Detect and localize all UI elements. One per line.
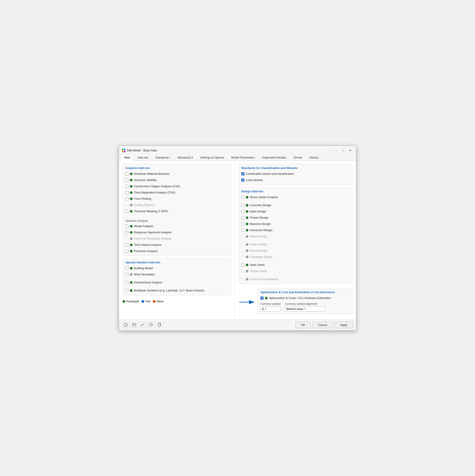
gray-dot — [246, 249, 248, 252]
apply-button[interactable]: Apply — [334, 322, 353, 328]
close-button[interactable]: ✕ — [347, 148, 353, 153]
cancel-button[interactable]: Cancel — [313, 322, 333, 328]
tab-terrain[interactable]: Terrain — [290, 154, 306, 161]
green-dot — [130, 185, 133, 188]
tda-checkbox[interactable] — [125, 191, 129, 194]
torsional-checkbox[interactable] — [125, 210, 129, 213]
building-model-checkbox[interactable] — [125, 267, 129, 270]
optimization-title: Optimization & Cost and Estimation of CO… — [261, 290, 350, 294]
tab-history[interactable]: History — [306, 154, 322, 161]
currency-row: Currency symbol $ ▼ Currency symbol alig… — [261, 302, 350, 311]
geotechnical-checkbox[interactable] — [125, 281, 129, 284]
structure-stability-checkbox[interactable] — [125, 179, 129, 182]
arrow-area — [238, 288, 256, 316]
graph-icon — [141, 323, 145, 327]
tab-main[interactable]: Main — [121, 154, 134, 161]
geotechnical-label: Geotechnical Analysis — [134, 281, 162, 284]
list-item: Timber Design — [241, 215, 350, 220]
timber-joints-checkbox[interactable] — [241, 270, 245, 273]
list-item: Harmonic Response Analysis — [125, 236, 228, 241]
green-dot — [130, 281, 133, 284]
multilayer-checkbox[interactable] — [125, 289, 129, 292]
form-finding-label: Form-Finding — [134, 197, 151, 200]
cutting-patterns-checkbox[interactable] — [125, 204, 129, 207]
list-item: Time-Dependent Analysis (TDA) — [125, 190, 228, 195]
copy-icon-button[interactable] — [156, 322, 163, 328]
design-addons-title: Design Add-ons — [241, 190, 350, 193]
stress-strain-checkbox[interactable] — [241, 196, 245, 199]
svg-rect-11 — [149, 323, 152, 326]
nonlinear-checkbox[interactable] — [125, 172, 129, 175]
tab-settings[interactable]: Settings & Options — [197, 154, 228, 161]
masonry-design-label: Masonry Design — [250, 222, 271, 225]
green-dot — [265, 297, 268, 299]
table-icon-button[interactable] — [131, 322, 138, 328]
help-icon-button[interactable]: ? — [122, 322, 129, 328]
timber-design-checkbox[interactable] — [241, 216, 245, 219]
currency-symbol-select[interactable]: $ ▼ — [261, 306, 281, 311]
masonry-design-checkbox[interactable] — [241, 222, 245, 225]
minimize-button[interactable]: – — [333, 148, 339, 153]
list-item: Load wizards — [241, 178, 350, 183]
green-dot — [130, 210, 133, 213]
title-bar: Edit Model - Base Data – □ ✕ — [119, 146, 356, 153]
optimization-wrapper: Optimization & Cost and Estimation of CO… — [238, 288, 352, 316]
glass-design-checkbox[interactable] — [241, 235, 245, 238]
optimization-checkbox[interactable] — [261, 297, 264, 300]
list-item: Piping Design — [241, 248, 350, 253]
gray-dot — [246, 235, 248, 238]
load-wizards-checkbox[interactable] — [241, 179, 245, 182]
legend-purchased: Purchased — [123, 300, 139, 303]
export-icon-button[interactable] — [147, 322, 155, 328]
gray-dot — [130, 204, 133, 206]
green-dot — [130, 172, 133, 175]
concrete-foundations-checkbox[interactable] — [241, 278, 245, 281]
steel-design-label: Steel Design — [250, 210, 266, 213]
tab-standards2[interactable]: Standards II — [174, 154, 196, 161]
svg-text:?: ? — [125, 323, 126, 326]
list-item: Glass Design — [241, 234, 350, 239]
piping-design-label: Piping Design — [250, 249, 268, 252]
steel-design-checkbox[interactable] — [241, 210, 245, 213]
main-content: Analysis Add-ons Nonlinear Material Beha… — [119, 161, 356, 319]
currency-alignment-group: Currency symbol alignment Behind value ▼ — [285, 302, 325, 311]
steel-joints-checkbox[interactable] — [241, 263, 245, 267]
tab-addons[interactable]: Add-ons — [134, 154, 152, 161]
list-item: Steel Joints — [241, 262, 350, 267]
piping-design-checkbox[interactable] — [241, 249, 245, 252]
legend-demo: Demo — [153, 300, 163, 303]
list-item: Nonlinear Material Behavior — [125, 171, 228, 176]
currency-symbol-group: Currency symbol $ ▼ — [261, 302, 281, 311]
currency-symbol-label: Currency symbol — [261, 302, 281, 306]
tab-dependent[interactable]: Dependent Models — [259, 154, 290, 161]
green-dot — [246, 196, 248, 199]
dynamic-analysis-title: Dynamic Analysis — [125, 219, 228, 222]
modal-checkbox[interactable] — [125, 225, 129, 228]
time-history-checkbox[interactable] — [125, 243, 129, 246]
tab-standards1[interactable]: Standards I — [152, 154, 174, 161]
tower-design-checkbox[interactable] — [241, 243, 245, 246]
green-dot — [246, 210, 248, 213]
currency-alignment-select[interactable]: Behind value ▼ — [285, 306, 325, 311]
list-item: Aluminum Design — [241, 228, 350, 233]
currency-alignment-label: Currency symbol alignment — [285, 302, 325, 306]
aluminum-design-checkbox[interactable] — [241, 229, 245, 232]
response-spectrum-checkbox[interactable] — [125, 231, 129, 234]
tab-model-params[interactable]: Model Parameters — [228, 154, 258, 161]
graph-icon-button[interactable] — [139, 322, 146, 328]
harmonic-response-checkbox[interactable] — [125, 237, 129, 240]
concrete-design-checkbox[interactable] — [241, 204, 245, 207]
trial-label: Trial — [145, 300, 150, 303]
maximize-button[interactable]: □ — [340, 148, 346, 153]
window-title: Edit Model - Base Data — [127, 149, 157, 152]
combination-wizard-checkbox[interactable] — [241, 172, 245, 175]
svg-rect-2 — [122, 151, 123, 152]
csa-checkbox[interactable] — [125, 185, 129, 188]
form-finding-checkbox[interactable] — [125, 197, 129, 200]
wind-sim-label: Wind Simulation — [134, 273, 155, 276]
wind-sim-checkbox[interactable] — [125, 273, 129, 276]
pushover-checkbox[interactable] — [125, 250, 129, 253]
app-icon — [122, 149, 126, 153]
craneway-design-checkbox[interactable] — [241, 255, 245, 258]
ok-button[interactable]: OK — [295, 322, 311, 328]
